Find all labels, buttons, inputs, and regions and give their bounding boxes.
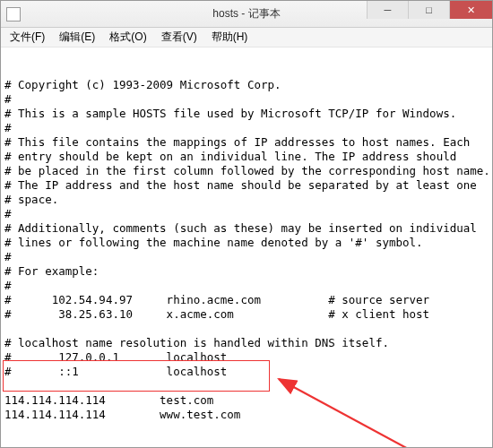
menu-file[interactable]: 文件(F) <box>4 28 50 47</box>
window-controls: ─ □ ✕ <box>367 1 492 19</box>
titlebar: hosts - 记事本 ─ □ ✕ <box>1 1 492 28</box>
menubar: 文件(F) 编辑(E) 格式(O) 查看(V) 帮助(H) <box>1 28 492 47</box>
close-button[interactable]: ✕ <box>449 1 492 19</box>
app-icon <box>6 7 21 22</box>
maximize-button[interactable]: □ <box>408 1 449 19</box>
menu-view[interactable]: 查看(V) <box>156 28 203 47</box>
minimize-button[interactable]: ─ <box>367 1 408 19</box>
menu-format[interactable]: 格式(O) <box>104 28 151 47</box>
file-content: # Copyright (c) 1993-2009 Microsoft Corp… <box>4 78 489 422</box>
menu-help[interactable]: 帮助(H) <box>206 28 254 47</box>
menu-edit[interactable]: 编辑(E) <box>54 28 100 47</box>
text-area[interactable]: # Copyright (c) 1993-2009 Microsoft Corp… <box>1 47 492 447</box>
